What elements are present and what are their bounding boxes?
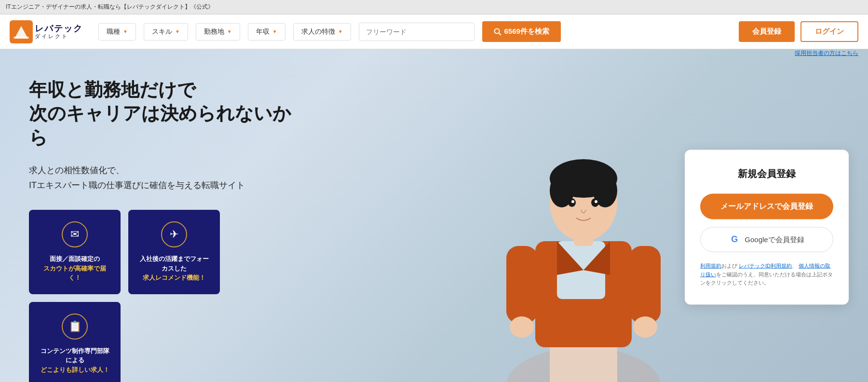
send-icon: ✈ bbox=[161, 221, 187, 247]
mail-icon: ✉ bbox=[62, 221, 88, 247]
logo-sub: ダイレクト bbox=[35, 33, 83, 39]
search-input[interactable] bbox=[359, 23, 475, 41]
search-button[interactable]: 6569件を検索 bbox=[482, 21, 561, 42]
logo-brand: レバテック bbox=[35, 24, 83, 34]
levtech-id-terms-link[interactable]: レバテックID利用規約 bbox=[739, 263, 792, 269]
google-icon: G bbox=[729, 234, 740, 245]
header-actions: 会員登録 ログイン bbox=[739, 21, 858, 42]
svg-point-18 bbox=[571, 200, 574, 203]
svg-line-4 bbox=[499, 33, 501, 35]
chevron-down-icon: ▼ bbox=[123, 29, 128, 34]
feature-card-recommend: ✈ 入社後の活躍までフォーカスした 求人レコメンド機能！ bbox=[128, 210, 220, 294]
logo[interactable]: レバテック ダイレクト bbox=[10, 20, 83, 43]
chevron-down-icon: ▼ bbox=[272, 29, 277, 34]
login-button[interactable]: ログイン bbox=[800, 21, 858, 42]
svg-rect-20 bbox=[506, 246, 538, 323]
reg-title: 新規会員登録 bbox=[700, 167, 833, 180]
hero-subtext: 求人との相性数値化で、 ITエキスパート職の仕事選びに確信を与える転職サイト bbox=[29, 163, 299, 192]
free-word-search[interactable] bbox=[359, 23, 475, 41]
chevron-down-icon: ▼ bbox=[338, 29, 343, 34]
header: レバテック ダイレクト 職種 ▼ スキル ▼ 勤務地 ▼ 年収 ▼ 求人の特徴 … bbox=[0, 14, 868, 49]
svg-point-23 bbox=[633, 316, 657, 338]
job-type-dropdown[interactable]: 職種 ▼ bbox=[98, 23, 136, 41]
svg-point-19 bbox=[595, 200, 597, 203]
logo-icon bbox=[10, 20, 33, 43]
tab-bar: ITエンジニア・デザイナーの求人・転職なら【レバテックダイレクト】《公式》 bbox=[0, 0, 868, 14]
feature-dropdown[interactable]: 求人の特徴 ▼ bbox=[293, 23, 351, 41]
email-register-button[interactable]: メールアドレスで会員登録 bbox=[700, 194, 833, 219]
salary-dropdown[interactable]: 年収 ▼ bbox=[248, 23, 285, 41]
svg-rect-21 bbox=[629, 246, 661, 323]
skill-dropdown[interactable]: スキル ▼ bbox=[144, 23, 188, 41]
hero-heading: 年収と勤務地だけで 次のキャリアは決められないから bbox=[29, 78, 299, 150]
registration-panel: 新規会員登録 メールアドレスで会員登録 G Googleで会員登録 利用規約およ… bbox=[685, 150, 849, 305]
terms-link[interactable]: 利用規約 bbox=[700, 263, 721, 269]
card-title-content: コンテンツ制作専門部隊による どこよりも詳しい求人！ bbox=[39, 346, 111, 375]
card-title-scout: 面接／面談確定の スカウトが高確率で届く！ bbox=[39, 254, 111, 283]
feature-card-scout: ✉ 面接／面談確定の スカウトが高確率で届く！ bbox=[29, 210, 121, 294]
chevron-down-icon: ▼ bbox=[227, 29, 232, 34]
register-button[interactable]: 会員登録 bbox=[739, 21, 795, 42]
card-title-recommend: 入社後の活躍までフォーカスした 求人レコメンド機能！ bbox=[138, 254, 210, 283]
feature-card-content: 📋 コンテンツ制作専門部隊による どこよりも詳しい求人！ bbox=[29, 302, 121, 382]
svg-point-22 bbox=[510, 316, 534, 338]
search-icon bbox=[494, 28, 502, 36]
svg-rect-2 bbox=[14, 37, 29, 39]
hero-content: 年収と勤務地だけで 次のキャリアは決められないから 求人との相性数値化で、 IT… bbox=[0, 49, 328, 382]
google-register-button[interactable]: G Googleで会員登録 bbox=[700, 227, 833, 252]
feature-cards: ✉ 面接／面談確定の スカウトが高確率で届く！ ✈ 入社後の活躍までフォーカスし… bbox=[29, 210, 299, 382]
tab-title: ITエンジニア・デザイナーの求人・転職なら【レバテックダイレクト】《公式》 bbox=[6, 3, 214, 11]
hero-section: 年収と勤務地だけで 次のキャリアは決められないから 求人との相性数値化で、 IT… bbox=[0, 49, 868, 382]
hiring-link[interactable]: 採用担当者の方はこちら bbox=[795, 49, 858, 57]
svg-point-3 bbox=[494, 28, 499, 33]
hero-person-image bbox=[482, 106, 685, 382]
location-dropdown[interactable]: 勤務地 ▼ bbox=[196, 23, 240, 41]
reg-terms: 利用規約および レバテックID利用規約、 個人情報の取り扱いをご確認のうえ、同意… bbox=[700, 262, 833, 287]
document-icon: 📋 bbox=[62, 314, 88, 340]
chevron-down-icon: ▼ bbox=[175, 29, 180, 34]
